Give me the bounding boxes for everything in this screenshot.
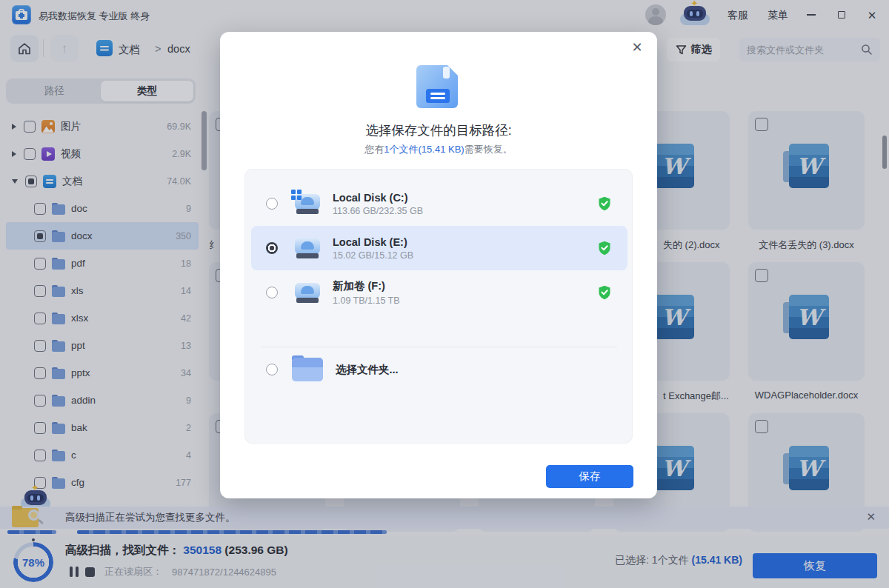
drive-row-c[interactable]: Local Disk (C:) 113.66 GB/232.35 GB — [251, 181, 627, 226]
browse-folder-label: 选择文件夹... — [336, 363, 399, 377]
subtitle-suffix: 需要恢复。 — [465, 144, 513, 155]
dialog-close-icon[interactable]: ✕ — [627, 38, 647, 57]
radio-unselected[interactable] — [266, 198, 278, 210]
drive-capacity: 1.09 TB/1.15 TB — [333, 295, 400, 306]
drive-capacity: 113.66 GB/232.35 GB — [333, 206, 423, 216]
radio-selected[interactable] — [266, 242, 278, 254]
folder-icon — [292, 358, 323, 381]
save-floppy-icon — [415, 62, 462, 111]
shield-check-icon — [598, 285, 611, 300]
browse-folder-row[interactable]: 选择文件夹... — [251, 347, 627, 392]
save-button[interactable]: 保存 — [546, 465, 633, 488]
drive-name: Local Disk (C:) — [333, 192, 423, 204]
drive-name: Local Disk (E:) — [333, 236, 413, 248]
drive-icon — [294, 236, 321, 260]
subtitle-prefix: 您有 — [364, 144, 384, 155]
shield-check-icon — [598, 241, 611, 255]
dialog-subtitle: 您有1个文件(15.41 KB)需要恢复。 — [220, 143, 657, 156]
app-window: 易我数据恢复 专业版 终身 ✦ 客服 菜单 ✕ ↑ 文档 > docx 筛选 — [0, 0, 889, 588]
drive-capacity: 15.02 GB/15.12 GB — [333, 250, 413, 261]
drive-row-e[interactable]: Local Disk (E:) 15.02 GB/15.12 GB — [251, 226, 627, 270]
save-path-dialog: ✕ 选择保存文件的目标路径: 您有1个文件(15.41 KB)需要恢复。 — [220, 32, 657, 498]
shield-check-icon — [598, 196, 611, 211]
subtitle-highlight: 1个文件(15.41 KB) — [384, 144, 464, 155]
radio-unselected[interactable] — [266, 287, 278, 298]
windows-logo-icon — [291, 190, 302, 200]
drive-icon — [294, 281, 321, 304]
drive-name: 新加卷 (F:) — [333, 279, 400, 293]
drive-row-f[interactable]: 新加卷 (F:) 1.09 TB/1.15 TB — [251, 270, 627, 315]
system-drive-icon — [294, 192, 321, 216]
radio-unselected[interactable] — [266, 364, 278, 375]
drive-list: Local Disk (C:) 113.66 GB/232.35 GB Loca… — [244, 169, 633, 444]
dialog-title: 选择保存文件的目标路径: — [220, 121, 657, 139]
